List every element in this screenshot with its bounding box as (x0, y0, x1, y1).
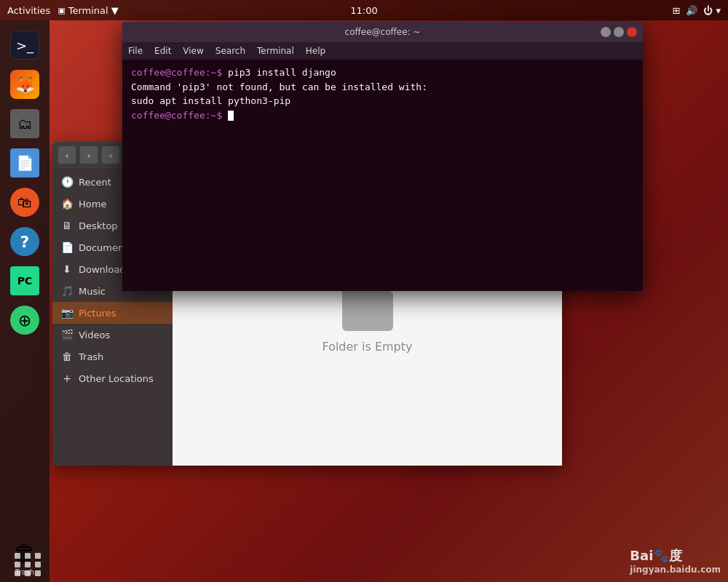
trash-sidebar-icon: 🗑 (61, 351, 73, 362)
dock-item-firefox[interactable]: 🦊 (7, 67, 42, 102)
empty-folder-text: Folder is Empty (323, 340, 413, 354)
network-icon[interactable]: ⊞ (672, 5, 680, 16)
grid-dot (25, 562, 31, 567)
top-bar-left: Activities ▣ Terminal ▼ (7, 5, 119, 16)
dock: >_ 🦊 🗂 📄 🛍 ? PC ⊕ 🗑 Trash (0, 20, 50, 582)
dock-item-ubuntu-software[interactable]: 🛍 (7, 185, 42, 220)
grid-dot (15, 553, 20, 559)
power-icon[interactable]: ⏻ ▾ (703, 5, 721, 16)
terminal-body[interactable]: coffee@coffee:~$ pip3 install django Com… (122, 60, 643, 291)
top-bar-right: ⊞ 🔊 ⏻ ▾ (672, 5, 721, 16)
sidebar-label-desktop: Desktop (79, 220, 118, 231)
fm-up-button[interactable]: ‹ (102, 146, 119, 164)
top-bar-clock: 11:00 (350, 5, 377, 16)
terminal-icon: >_ (10, 31, 39, 60)
dock-item-help[interactable]: ? (7, 224, 42, 259)
term-line-1: coffee@coffee:~$ pip3 install django (131, 65, 634, 80)
ubuntu-software-icon: 🛍 (10, 188, 39, 217)
term-prompt-1: coffee@coffee:~$ (131, 67, 222, 78)
firefox-icon: 🦊 (10, 70, 39, 99)
sidebar-label-trash: Trash (79, 351, 103, 362)
grid-dot (15, 570, 20, 576)
term-output-1: Command 'pip3' not found, but can be ins… (131, 81, 427, 92)
menu-view[interactable]: View (183, 46, 203, 56)
minimize-button[interactable] (601, 27, 611, 37)
terminal-menubar: File Edit View Search Terminal Help (122, 42, 643, 60)
menu-search[interactable]: Search (215, 46, 245, 56)
watermark-logo: Bai🐾度 (630, 547, 721, 565)
term-line-2: Command 'pip3' not found, but can be ins… (131, 80, 634, 95)
files-icon: 🗂 (10, 109, 39, 138)
pictures-icon: 📷 (61, 307, 73, 319)
grid-dot (35, 570, 41, 576)
downloads-icon: ⬇ (61, 263, 73, 275)
grid-dot (15, 562, 20, 567)
terminal-titlebar: coffee@coffee: ~ (122, 22, 643, 42)
grid-dot (25, 570, 31, 576)
dock-item-docs[interactable]: 📄 (7, 146, 42, 180)
sidebar-label-videos: Videos (79, 330, 110, 340)
sidebar-label-recent: Recent (79, 177, 111, 188)
sidebar-label-pictures: Pictures (79, 308, 116, 319)
music-icon: 🎵 (61, 285, 73, 297)
grid-dot (35, 562, 41, 567)
sidebar-label-music: Music (79, 286, 106, 297)
top-bar: Activities ▣ Terminal ▼ 11:00 ⊞ 🔊 ⏻ ▾ (0, 0, 728, 20)
term-line-6: coffee@coffee:~$ (131, 108, 634, 123)
menu-terminal[interactable]: Terminal (257, 46, 294, 56)
watermark: Bai🐾度 jingyan.baidu.com (630, 547, 721, 575)
sidebar-label-other-locations: Other Locations (79, 373, 154, 384)
app-drawer-button[interactable] (15, 553, 42, 576)
sidebar-item-other-locations[interactable]: + Other Locations (52, 367, 173, 389)
circle-icon: ⊕ (10, 306, 39, 335)
grid-dot (35, 553, 41, 559)
term-prompt-2: coffee@coffee:~$ (131, 110, 222, 121)
dock-item-circle[interactable]: ⊕ (7, 303, 42, 338)
menu-help[interactable]: Help (306, 46, 325, 56)
help-icon: ? (10, 227, 39, 256)
terminal-controls (601, 27, 637, 37)
watermark-sub: jingyan.baidu.com (630, 565, 721, 575)
menu-file[interactable]: File (128, 46, 143, 56)
term-output-3: sudo apt install python3-pip (131, 95, 290, 106)
fm-back-button[interactable]: ‹ (58, 146, 76, 164)
maximize-button[interactable] (614, 27, 624, 37)
term-cursor (228, 111, 234, 121)
documents-icon: 📄 (61, 242, 73, 253)
pycharm-icon: PC (10, 266, 39, 295)
recent-icon: 🕐 (61, 176, 73, 188)
terminal-menu[interactable]: ▣ Terminal ▼ (58, 5, 118, 16)
term-cmd-1: pip3 install django (228, 67, 336, 78)
docs-icon: 📄 (10, 148, 39, 178)
sidebar-label-home: Home (79, 199, 106, 210)
sidebar-item-trash[interactable]: 🗑 Trash (52, 346, 173, 367)
sidebar-item-pictures[interactable]: 📷 Pictures (52, 302, 173, 324)
grid-dot (25, 553, 31, 559)
dock-item-pycharm[interactable]: PC (7, 263, 42, 298)
fm-forward-button[interactable]: › (80, 146, 98, 164)
dock-item-files[interactable]: 🗂 (7, 106, 42, 141)
sidebar-item-videos[interactable]: 🎬 Videos (52, 324, 173, 346)
menu-edit[interactable]: Edit (154, 46, 171, 56)
term-line-4: sudo apt install python3-pip (131, 94, 634, 108)
volume-icon[interactable]: 🔊 (686, 5, 697, 16)
folder-body (342, 291, 393, 331)
videos-icon: 🎬 (61, 329, 73, 340)
close-button[interactable] (627, 27, 637, 37)
home-icon: 🏠 (61, 198, 73, 210)
terminal-title: coffee@coffee: ~ (345, 27, 421, 37)
activities-button[interactable]: Activities (7, 5, 50, 16)
desktop-icon: 🖥 (61, 220, 73, 231)
other-locations-icon: + (61, 372, 73, 384)
dock-item-terminal[interactable]: >_ (7, 28, 42, 63)
terminal-window: coffee@coffee: ~ File Edit View Search T… (122, 22, 643, 291)
